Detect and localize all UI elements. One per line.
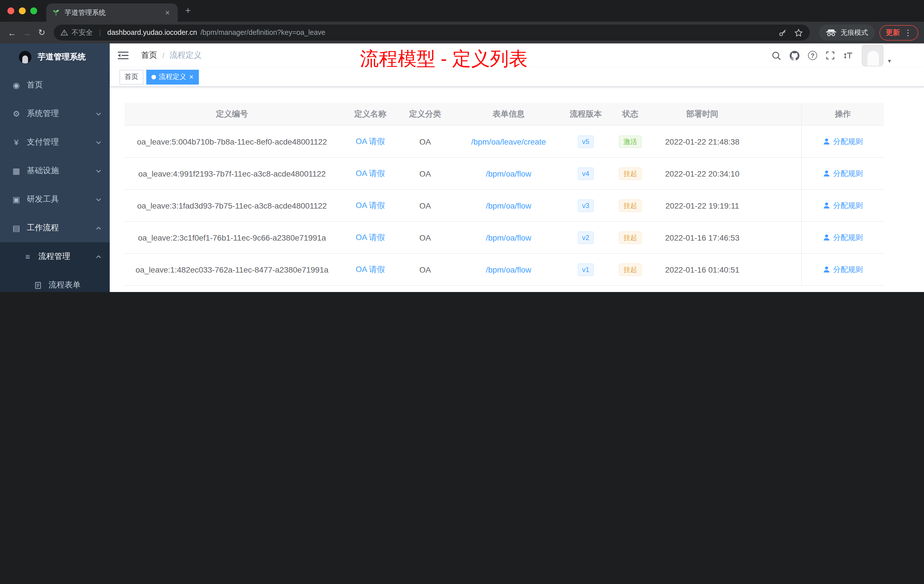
- definition-id: oa_leave:3:1fad3d93-7b75-11ec-a3c8-acde4…: [125, 201, 340, 210]
- definition-category: OA: [401, 201, 449, 210]
- sidebar-item-infrastructure[interactable]: ▦ 基础设施: [0, 157, 110, 185]
- definition-name-link[interactable]: OA 请假: [340, 168, 401, 178]
- chevron-down-icon: [96, 196, 102, 203]
- sidebar-item-label: 流程管理: [38, 251, 70, 262]
- incognito-label: 无痕模式: [841, 28, 868, 38]
- breadcrumb: 首页 / 流程定义: [141, 50, 202, 61]
- hamburger-icon[interactable]: [110, 51, 129, 60]
- table-header: 定义编号 定义名称 定义分类 表单信息 流程版本 状态 部署时间 操作: [125, 103, 884, 126]
- version-tag: v5: [568, 135, 604, 148]
- avatar-caret-icon[interactable]: ▾: [888, 58, 891, 64]
- definition-category: OA: [401, 137, 449, 146]
- list-icon: ≡: [23, 252, 33, 261]
- sidebar-item-home[interactable]: ◉ 首页: [0, 71, 110, 99]
- assign-rule-link[interactable]: 分配规则: [801, 190, 884, 221]
- chevron-up-icon: [96, 225, 102, 231]
- definition-category: OA: [401, 169, 449, 178]
- sidebar: 芋道管理系统 ◉ 首页 ⚙ 系统管理 ¥ 支付管理 ▦ 基础设施: [0, 43, 110, 292]
- chevron-down-icon: [96, 168, 102, 174]
- person-icon: [823, 266, 830, 273]
- back-button[interactable]: ←: [5, 28, 20, 38]
- sidebar-item-process-management[interactable]: ≡ 流程管理: [0, 242, 110, 271]
- minimize-window-button[interactable]: [19, 7, 26, 14]
- deploy-time: 2022-01-22 20:34:10: [657, 169, 747, 178]
- bookmark-star-icon[interactable]: [794, 28, 803, 37]
- tag-process-definition[interactable]: 流程定义 ×: [146, 69, 198, 84]
- version-tag: v4: [568, 167, 604, 180]
- close-window-button[interactable]: [7, 7, 14, 14]
- zoom-window-button[interactable]: [30, 7, 37, 14]
- column-header: 定义分类: [401, 109, 449, 119]
- tag-close-icon[interactable]: ×: [189, 73, 193, 81]
- new-tab-button[interactable]: +: [178, 5, 198, 16]
- overlay-title: 流程模型 - 定义列表: [360, 46, 528, 72]
- assign-rule-link[interactable]: 分配规则: [801, 158, 884, 189]
- table-row: oa_leave:5:004b710b-7b8a-11ec-8ef0-acde4…: [125, 126, 884, 158]
- chevron-down-icon: [96, 139, 102, 145]
- font-size-icon[interactable]: [843, 51, 853, 60]
- form-info-link[interactable]: /bpm/oa/leave/create: [449, 137, 568, 146]
- sidebar-item-payment-management[interactable]: ¥ 支付管理: [0, 128, 110, 157]
- fullscreen-icon[interactable]: [826, 51, 835, 60]
- deploy-time: 2022-01-16 17:46:53: [657, 233, 747, 242]
- chevron-up-icon: [96, 253, 102, 260]
- definition-name-link[interactable]: OA 请假: [340, 232, 401, 243]
- sidebar-item-process-form[interactable]: 流程表单: [0, 271, 110, 292]
- status-badge: 挂起: [604, 199, 657, 212]
- sidebar-item-system-management[interactable]: ⚙ 系统管理: [0, 99, 110, 128]
- column-header: 状态: [604, 109, 657, 119]
- definition-name-link[interactable]: OA 请假: [340, 136, 401, 147]
- definition-id: oa_leave:1:482ec033-762a-11ec-8477-a2380…: [125, 265, 340, 274]
- tag-label: 流程定义: [159, 72, 186, 82]
- url-path: /bpm/manager/definition?key=oa_leave: [201, 28, 325, 36]
- table-row: oa_leave:1:482ec033-762a-11ec-8477-a2380…: [125, 254, 884, 286]
- tab-favicon: [52, 8, 60, 16]
- breadcrumb-home[interactable]: 首页: [141, 50, 157, 61]
- person-icon: [823, 170, 830, 177]
- assign-rule-link[interactable]: 分配规则: [801, 254, 884, 285]
- tag-home[interactable]: 首页: [119, 69, 144, 84]
- breadcrumb-separator: /: [162, 51, 165, 60]
- column-header: 操作: [801, 103, 884, 125]
- definition-name-link[interactable]: OA 请假: [340, 200, 401, 211]
- form-info-link[interactable]: /bpm/oa/flow: [449, 169, 568, 178]
- help-icon[interactable]: ?: [808, 51, 817, 60]
- assign-rule-link[interactable]: 分配规则: [801, 126, 884, 157]
- gear-icon: ⚙: [12, 109, 21, 118]
- assign-rule-link[interactable]: 分配规则: [801, 222, 884, 253]
- form-info-link[interactable]: /bpm/oa/flow: [449, 265, 568, 274]
- form-info-link[interactable]: /bpm/oa/flow: [449, 201, 568, 210]
- tab-close-icon[interactable]: ×: [163, 8, 172, 17]
- definition-category: OA: [401, 265, 449, 274]
- sidebar-item-label: 研发工具: [27, 194, 59, 205]
- sidebar-logo[interactable]: 芋道管理系统: [0, 43, 110, 71]
- yuan-icon: ¥: [12, 138, 21, 147]
- person-icon: [823, 202, 830, 209]
- forward-button[interactable]: →: [20, 28, 34, 38]
- search-icon[interactable]: [771, 51, 781, 60]
- security-label: 不安全: [71, 28, 93, 38]
- page-content: 定义编号 定义名称 定义分类 表单信息 流程版本 状态 部署时间 操作 oa_l…: [110, 87, 924, 292]
- incognito-badge: 无痕模式: [819, 25, 875, 41]
- tab-title: 芋道管理系统: [64, 8, 158, 17]
- column-header: 流程版本: [568, 109, 604, 119]
- password-key-icon[interactable]: [778, 28, 787, 37]
- column-header: 表单信息: [449, 109, 568, 119]
- form-info-link[interactable]: /bpm/oa/flow: [449, 233, 568, 242]
- not-secure-warning-icon: [61, 29, 68, 36]
- browser-tab-strip: 芋道管理系统 × +: [0, 0, 924, 22]
- browser-update-button[interactable]: 更新 ⋮: [879, 25, 918, 40]
- status-badge: 挂起: [604, 167, 657, 180]
- address-bar[interactable]: 不安全 | dashboard.yudao.iocoder.cn /bpm/ma…: [54, 25, 810, 41]
- breadcrumb-current: 流程定义: [170, 50, 202, 61]
- user-avatar[interactable]: [862, 45, 883, 66]
- sidebar-item-label: 支付管理: [27, 137, 59, 147]
- browser-tab[interactable]: 芋道管理系统 ×: [46, 3, 178, 22]
- reload-button[interactable]: ↻: [34, 27, 49, 38]
- sidebar-item-devtools[interactable]: ▣ 研发工具: [0, 185, 110, 214]
- grid-icon: ▦: [12, 166, 21, 175]
- github-icon[interactable]: [790, 51, 799, 60]
- definition-name-link[interactable]: OA 请假: [340, 264, 401, 275]
- browser-menu-icon[interactable]: ⋮: [904, 28, 912, 37]
- sidebar-item-workflow[interactable]: ▤ 工作流程: [0, 214, 110, 242]
